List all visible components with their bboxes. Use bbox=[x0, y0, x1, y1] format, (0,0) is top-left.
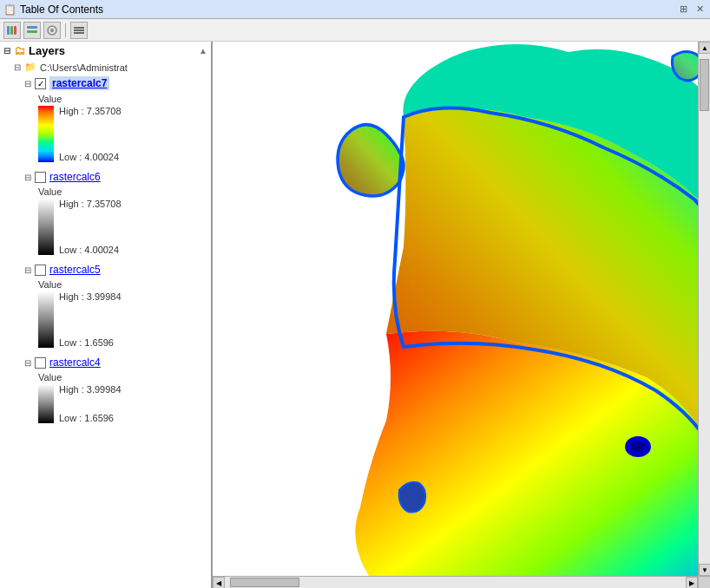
layer7-legend-values: High : 7.35708 Low : 4.00024 bbox=[59, 106, 122, 162]
layer6-legend: Value High : 7.35708 Low : 4.00024 bbox=[24, 186, 211, 255]
path-expand-icon[interactable]: ⊟ bbox=[14, 62, 21, 72]
layer-header-rastercalc7: ⊟ rastercalc7 bbox=[24, 75, 211, 92]
scroll-left-arrow[interactable]: ◀ bbox=[213, 577, 225, 588]
layer-item-rastercalc5: ⊟ rastercalc5 Value High : 3.99984 Low :… bbox=[0, 262, 211, 348]
layer6-checkbox[interactable] bbox=[35, 172, 46, 183]
scroll-up-arrow[interactable]: ▲ bbox=[699, 42, 710, 54]
layer7-checkbox[interactable] bbox=[35, 78, 46, 89]
scroll-corner bbox=[698, 576, 710, 588]
path-folder-icon: 📁 bbox=[24, 62, 36, 73]
layer7-gradient bbox=[38, 106, 54, 162]
layer5-legend-values: High : 3.99984 Low : 1.6596 bbox=[59, 291, 122, 348]
layer4-legend: Value High : 3.99984 Low : 1.6596 bbox=[24, 372, 211, 423]
layer4-low-value: Low : 1.6596 bbox=[59, 413, 122, 423]
layer-item-rastercalc6: ⊟ rastercalc6 Value High : 7.35708 Low :… bbox=[0, 169, 211, 255]
toolbar-separator bbox=[65, 23, 66, 37]
layer4-checkbox[interactable] bbox=[35, 357, 46, 369]
layer4-value-label: Value bbox=[38, 372, 211, 382]
horizontal-scrollbar[interactable]: ◀ ▶ bbox=[213, 576, 698, 588]
title-bar: 📋 Table Of Contents ⊞ ✕ bbox=[0, 0, 710, 19]
vertical-scrollbar[interactable]: ▲ ▼ bbox=[698, 42, 710, 576]
svg-rect-4 bbox=[27, 30, 37, 33]
layer4-legend-values: High : 3.99984 Low : 1.6596 bbox=[59, 384, 122, 423]
layer-header-rastercalc5: ⊟ rastercalc5 bbox=[24, 262, 211, 278]
toc-root-header: ⊟ 🗂 Layers ▲ bbox=[0, 42, 211, 60]
toc-path-label: C:\Users\Administrat bbox=[40, 62, 128, 73]
map-area[interactable]: ▲ ▼ ◀ ▶ bbox=[213, 42, 710, 588]
scroll-thumb-v[interactable] bbox=[700, 59, 709, 111]
layer6-value-label: Value bbox=[38, 186, 211, 197]
title-bar-left: 📋 Table Of Contents bbox=[3, 3, 103, 16]
root-folder-icon: 🗂 bbox=[14, 44, 25, 57]
layer5-legend-row: High : 3.99984 Low : 1.6596 bbox=[38, 291, 211, 348]
layer-item-rastercalc4: ⊟ rastercalc4 Value High : 3.99984 Low :… bbox=[0, 355, 211, 423]
layer-item-rastercalc7: ⊟ rastercalc7 Value High : 7.35708 Low :… bbox=[0, 75, 211, 162]
svg-rect-0 bbox=[7, 26, 10, 35]
layer6-expand-icon[interactable]: ⊟ bbox=[24, 173, 31, 182]
layer6-high-value: High : 7.35708 bbox=[59, 199, 122, 209]
toolbar-visibility-button[interactable] bbox=[43, 22, 61, 39]
layer-header-rastercalc4: ⊟ rastercalc4 bbox=[24, 355, 211, 370]
svg-rect-1 bbox=[10, 26, 13, 35]
layer4-high-value: High : 3.99984 bbox=[59, 384, 122, 395]
layer6-legend-values: High : 7.35708 Low : 4.00024 bbox=[59, 199, 122, 255]
title-bar-text: Table Of Contents bbox=[20, 3, 103, 16]
layer5-expand-icon[interactable]: ⊟ bbox=[24, 265, 31, 275]
layer4-gradient bbox=[38, 384, 54, 423]
layer5-checkbox[interactable] bbox=[35, 265, 46, 276]
layer7-name[interactable]: rastercalc7 bbox=[49, 76, 109, 90]
title-bar-right[interactable]: ⊞ ✕ bbox=[677, 3, 707, 15]
svg-rect-7 bbox=[74, 27, 84, 29]
layer6-gradient bbox=[38, 199, 54, 255]
layer6-legend-row: High : 7.35708 Low : 4.00024 bbox=[38, 199, 211, 255]
layer6-name[interactable]: rastercalc6 bbox=[49, 171, 101, 183]
close-button[interactable]: ✕ bbox=[694, 3, 707, 15]
svg-point-12 bbox=[631, 441, 645, 452]
layer5-gradient bbox=[38, 291, 54, 348]
layer7-expand-icon[interactable]: ⊟ bbox=[24, 79, 31, 88]
scroll-right-arrow[interactable]: ▶ bbox=[686, 577, 698, 588]
svg-rect-2 bbox=[14, 26, 16, 35]
root-expand-icon[interactable]: ⊟ bbox=[3, 46, 10, 56]
main-area: ⊟ 🗂 Layers ▲ ⊟ 📁 C:\Users\Administrat ⊟ … bbox=[0, 42, 710, 588]
scroll-thumb-h[interactable] bbox=[230, 578, 299, 587]
svg-rect-3 bbox=[27, 26, 37, 29]
layer7-legend: Value High : 7.35708 Low : 4.00024 bbox=[24, 94, 211, 162]
scroll-down-arrow[interactable]: ▼ bbox=[699, 564, 710, 576]
svg-rect-8 bbox=[74, 29, 84, 31]
layer6-low-value: Low : 4.00024 bbox=[59, 245, 122, 255]
layer7-low-value: Low : 4.00024 bbox=[59, 152, 122, 162]
pin-button[interactable]: ⊞ bbox=[677, 3, 690, 15]
layer5-name[interactable]: rastercalc5 bbox=[49, 264, 101, 276]
svg-point-6 bbox=[50, 29, 54, 32]
map-svg bbox=[213, 42, 710, 588]
layer4-expand-icon[interactable]: ⊟ bbox=[24, 358, 31, 368]
toolbar bbox=[0, 19, 710, 42]
layer4-name[interactable]: rastercalc4 bbox=[49, 356, 101, 369]
layer5-value-label: Value bbox=[38, 279, 211, 290]
toc-panel: ⊟ 🗂 Layers ▲ ⊟ 📁 C:\Users\Administrat ⊟ … bbox=[0, 42, 213, 588]
layer7-high-value: High : 7.35708 bbox=[59, 106, 122, 116]
toolbar-list-button[interactable] bbox=[3, 22, 21, 39]
layer5-low-value: Low : 1.6596 bbox=[59, 337, 122, 348]
toc-path-row: ⊟ 📁 C:\Users\Administrat bbox=[0, 60, 211, 75]
layer7-legend-row: High : 7.35708 Low : 4.00024 bbox=[38, 106, 211, 162]
layer-header-rastercalc6: ⊟ rastercalc6 bbox=[24, 169, 211, 185]
svg-rect-9 bbox=[74, 32, 84, 34]
layer4-legend-row: High : 3.99984 Low : 1.6596 bbox=[38, 384, 211, 423]
toc-scroll-up: ▲ bbox=[199, 46, 207, 56]
layer5-high-value: High : 3.99984 bbox=[59, 291, 122, 302]
toolbar-source-button[interactable] bbox=[23, 22, 41, 39]
layer7-value-label: Value bbox=[38, 94, 211, 104]
toolbar-options-button[interactable] bbox=[70, 22, 88, 39]
layer5-legend: Value High : 3.99984 Low : 1.6596 bbox=[24, 279, 211, 348]
toc-root-label: Layers bbox=[29, 44, 65, 57]
toc-icon: 📋 bbox=[3, 3, 16, 16]
raster-map: ▲ ▼ ◀ ▶ bbox=[213, 42, 710, 588]
